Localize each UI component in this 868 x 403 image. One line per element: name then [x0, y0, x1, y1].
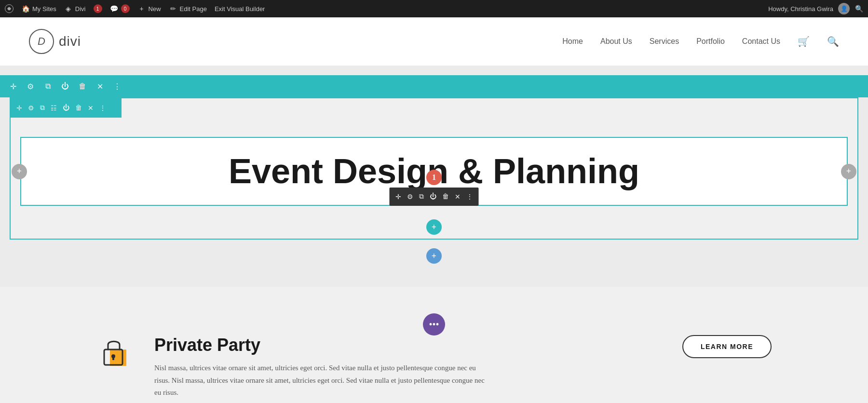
services-section: Private Party Nisl massa, ultrices vitae…	[0, 287, 868, 403]
section-more-btn[interactable]: ⋮	[112, 81, 122, 92]
row-more-btn[interactable]: ⋮	[99, 104, 106, 112]
svg-rect-4	[112, 357, 114, 360]
add-row-btn-row: +	[11, 215, 857, 239]
edit-page-label: Edit Page	[180, 5, 207, 13]
section-toolbar: ✛ ⚙ ⧉ ⏻ 🗑 ✕ ⋮	[0, 75, 868, 97]
section-move-btn[interactable]: ✛	[8, 81, 18, 92]
section-delete-btn[interactable]: 🗑	[77, 81, 88, 92]
module-more-btn[interactable]: ⋮	[466, 193, 473, 201]
module-close-btn[interactable]: ✕	[455, 193, 461, 201]
section-close-btn[interactable]: ✕	[95, 81, 105, 92]
row-duplicate-btn[interactable]: ⧉	[40, 104, 45, 112]
wp-logo[interactable]	[5, 4, 14, 13]
row-move-btn[interactable]: ✛	[16, 104, 22, 112]
my-sites-menu[interactable]: 🏠 My Sites	[21, 4, 56, 13]
module-move-btn[interactable]: ✛	[395, 193, 401, 201]
nav-services[interactable]: Services	[650, 37, 679, 46]
cart-icon[interactable]: 🛒	[798, 36, 810, 47]
row-number-badge: 1	[426, 170, 442, 185]
private-party-icon	[96, 335, 135, 370]
nav-about-us[interactable]: About Us	[600, 37, 632, 46]
edit-icon: ✏	[169, 4, 177, 13]
user-greeting: Howdy, Christina Gwira	[768, 5, 833, 13]
main-nav: Home About Us Services Portfolio Contact…	[562, 36, 839, 47]
nav-contact-us[interactable]: Contact Us	[742, 37, 780, 46]
row-close-btn[interactable]: ✕	[88, 104, 94, 112]
logo-text: divi	[59, 34, 81, 49]
module-toolbar: ✛ ⚙ ⧉ ⏻ 🗑 ✕ ⋮	[390, 188, 479, 206]
comments-badge[interactable]: 1	[94, 4, 102, 13]
divi-menu[interactable]: ◈ Divi	[64, 4, 86, 13]
row-delete-btn[interactable]: 🗑	[75, 104, 82, 112]
chat-dots: •••	[429, 319, 439, 330]
module-delete-btn[interactable]: 🗑	[442, 193, 449, 201]
new-label: New	[149, 5, 161, 13]
module-power-btn[interactable]: ⏻	[430, 193, 436, 201]
private-party-content: Private Party Nisl massa, ultrices vitae…	[154, 335, 663, 399]
section-settings-btn[interactable]: ⚙	[25, 81, 36, 92]
add-section-btn[interactable]: +	[426, 248, 442, 264]
comments-count: 1	[94, 4, 102, 13]
add-col-left-btn[interactable]: +	[12, 164, 27, 179]
site-header: D divi Home About Us Services Portfolio …	[0, 17, 868, 66]
chat-bubble[interactable]: •••	[423, 313, 445, 336]
add-module-btn[interactable]: +	[426, 219, 442, 235]
nav-search-icon[interactable]: 🔍	[827, 36, 839, 47]
user-avatar[interactable]: 👤	[838, 3, 850, 14]
messages-count: 0	[121, 4, 130, 13]
row-toolbar: ✛ ⚙ ⧉ ☷ ⏻ 🗑 ✕ ⋮	[11, 98, 122, 118]
row-power-btn[interactable]: ⏻	[63, 104, 69, 112]
module-settings-btn[interactable]: ⚙	[407, 193, 413, 201]
divi-label: Divi	[75, 5, 86, 13]
search-icon[interactable]: 🔍	[854, 4, 863, 13]
logo-circle: D	[29, 29, 54, 54]
new-menu[interactable]: + New	[137, 4, 161, 13]
row-settings-btn[interactable]: ⚙	[28, 104, 34, 112]
edit-page-btn[interactable]: ✏ Edit Page	[169, 4, 207, 13]
private-party-cta[interactable]: LEARN MORE	[682, 335, 772, 358]
divi-section: ✛ ⚙ ⧉ ☷ ⏻ 🗑 ✕ ⋮ 1 ✛ ⚙ ⧉ ⏻ 🗑 ✕ ⋮ + Event	[10, 97, 858, 240]
exit-vb-btn[interactable]: Exit Visual Builder	[215, 5, 265, 13]
add-col-right-btn[interactable]: +	[841, 164, 856, 179]
admin-bar-right: Howdy, Christina Gwira 👤 🔍	[768, 3, 863, 14]
module-duplicate-btn[interactable]: ⧉	[419, 193, 424, 201]
main-content: ✛ ⚙ ⧉ ⏻ 🗑 ✕ ⋮ ✛ ⚙ ⧉ ☷ ⏻ 🗑 ✕ ⋮ 1 ✛ ⚙	[0, 66, 868, 287]
plus-icon: +	[137, 4, 146, 13]
admin-bar: 🏠 My Sites ◈ Divi 1 💬 0 + New ✏ Edit Pag…	[0, 0, 868, 17]
row-columns-btn[interactable]: ☷	[51, 104, 57, 112]
private-party-title: Private Party	[154, 335, 663, 355]
section-power-btn[interactable]: ⏻	[60, 81, 70, 92]
messages-item[interactable]: 💬 0	[110, 4, 130, 13]
home-icon: 🏠	[21, 4, 30, 13]
divi-icon: ◈	[64, 4, 73, 13]
exit-vb-label: Exit Visual Builder	[215, 5, 265, 13]
my-sites-label: My Sites	[32, 5, 56, 13]
nav-portfolio[interactable]: Portfolio	[696, 37, 725, 46]
nav-home[interactable]: Home	[562, 37, 583, 46]
site-logo[interactable]: D divi	[29, 29, 81, 54]
private-party-description: Nisl massa, ultrices vitae ornare sit am…	[154, 362, 492, 399]
logo-letter: D	[38, 35, 45, 48]
wp-icon	[5, 4, 14, 13]
section-duplicate-btn[interactable]: ⧉	[42, 81, 53, 92]
add-section-btn-row: +	[0, 244, 868, 268]
messages-icon: 💬	[110, 4, 119, 13]
